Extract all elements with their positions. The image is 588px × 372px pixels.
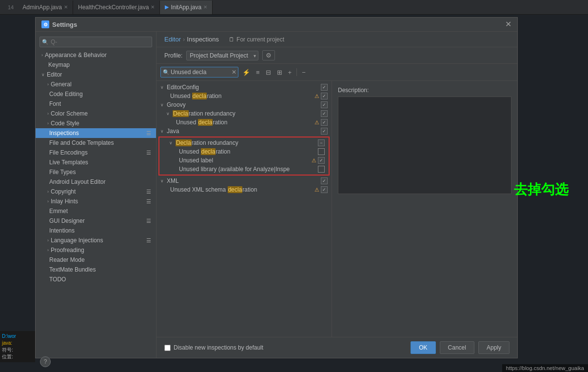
sidebar-item-intentions[interactable]: Intentions — [36, 226, 156, 235]
for-current-project-button[interactable]: 🗒 For current project — [229, 36, 284, 43]
sidebar-item-general[interactable]: › General — [36, 79, 156, 89]
item-checkbox-unchecked2[interactable] — [318, 166, 325, 173]
sidebar-item-label: Color Scheme — [51, 110, 88, 117]
item-label: Declaration redundancy — [173, 110, 319, 117]
expand-all-button[interactable]: ≡ — [254, 68, 262, 77]
tab-admin-label: AdminApp.java — [22, 4, 62, 11]
section-checkbox[interactable]: ✓ — [321, 84, 328, 91]
search-icon: 🔍 — [163, 69, 170, 76]
sidebar-search-input[interactable] — [39, 37, 152, 47]
inspections-tree: ∨ EditorConfig ✓ Unused declaration ⚠ ✓ — [157, 81, 332, 337]
section-checkbox[interactable]: ✓ — [321, 128, 328, 135]
sidebar-item-font[interactable]: Font — [36, 99, 156, 109]
tab-init-icon: ▶ — [165, 4, 169, 10]
collapse-arrow: ∨ — [160, 85, 165, 90]
breadcrumb-editor[interactable]: Editor — [164, 36, 181, 43]
section-checkbox[interactable]: ✓ — [321, 177, 328, 184]
tree-section-groovy[interactable]: ∨ Groovy ✓ — [157, 100, 332, 109]
content-area: ∨ EditorConfig ✓ Unused declaration ⚠ ✓ — [157, 81, 517, 337]
sidebar-item-appearance[interactable]: › Appearance & Behavior — [36, 50, 156, 60]
tree-item-xml-unused-schema[interactable]: Unused XML schema declaration ⚠ ✓ — [157, 185, 332, 194]
item-checkbox[interactable]: ✓ — [321, 110, 328, 117]
sidebar-item-code-editing[interactable]: Code Editing — [36, 89, 156, 99]
sidebar-item-android-layout[interactable]: Android Layout Editor — [36, 177, 156, 187]
arrow-icon: › — [47, 82, 49, 87]
tab-close-initapp[interactable]: ✕ — [203, 4, 207, 10]
arrow-icon: › — [47, 111, 49, 116]
tree-item-java-unused-label[interactable]: Unused label ⚠ ✓ — [159, 156, 329, 165]
help-button[interactable]: ? — [40, 356, 51, 367]
sidebar-item-file-types[interactable]: File Types — [36, 167, 156, 177]
tree-item-ec-unused-decl[interactable]: Unused declaration ⚠ ✓ — [157, 92, 332, 100]
profile-gear-button[interactable]: ⚙ — [262, 50, 275, 60]
item-checkbox[interactable]: ✓ — [321, 186, 328, 193]
sidebar-item-live-templates[interactable]: Live Templates — [36, 157, 156, 167]
tree-item-groovy-unused-decl[interactable]: Unused declaration ⚠ ✓ — [157, 118, 332, 127]
sidebar-item-proofreading[interactable]: › Proofreading — [36, 245, 156, 255]
arrow-icon: › — [47, 199, 49, 204]
warning-icon: ⚠ — [312, 157, 316, 164]
tree-item-java-unused-library[interactable]: Unused library (available for Analyze|In… — [159, 165, 329, 174]
item-label: Unused label — [179, 157, 310, 164]
tab-initapp-label: InitApp.java — [171, 4, 201, 11]
sidebar-item-color-scheme[interactable]: › Color Scheme — [36, 109, 156, 118]
sidebar-item-editor[interactable]: ∨ Editor — [36, 70, 156, 79]
group-button[interactable]: ⊞ — [275, 68, 284, 77]
tree-item-java-decl-red[interactable]: ∨ Declaration redundancy − — [159, 138, 329, 147]
section-label: Java — [167, 128, 319, 135]
item-checkbox[interactable]: ✓ — [321, 119, 328, 126]
apply-button[interactable]: Apply — [478, 341, 510, 354]
sidebar-item-keymap[interactable]: Keymap — [36, 60, 156, 70]
minus-button[interactable]: − — [300, 68, 308, 77]
profile-select[interactable]: Project Default Project — [186, 51, 258, 60]
sidebar-item-copyright[interactable]: › Copyright ☰ — [36, 187, 156, 196]
cancel-button[interactable]: Cancel — [440, 341, 474, 354]
warning-icon: ⚠ — [314, 119, 319, 126]
item-checkbox[interactable]: ✓ — [318, 157, 325, 164]
sidebar-search-icon: 🔍 — [42, 39, 49, 45]
description-content — [338, 97, 511, 194]
sidebar-item-label: File and Code Templates — [49, 139, 114, 146]
disable-new-inspections-label: Disable new inspections by default — [174, 344, 263, 351]
tab-healthcheck[interactable]: HealthCheckController.java ✕ — [73, 0, 160, 14]
sidebar-item-inspections[interactable]: Inspections ☰ — [36, 128, 156, 138]
sidebar-item-textmate[interactable]: TextMate Bundles — [36, 265, 156, 274]
collapse-arrow: ∨ — [160, 102, 165, 107]
inspections-search-input[interactable] — [160, 67, 238, 78]
sidebar-item-gui-designer[interactable]: GUI Designer ☰ — [36, 216, 156, 226]
settings-page-icon2: ☰ — [146, 150, 151, 156]
close-button[interactable]: ✕ — [505, 20, 511, 28]
filter-button[interactable]: ⚡ — [240, 68, 252, 77]
tab-close-admin[interactable]: ✕ — [64, 4, 68, 10]
sidebar-item-language-injections[interactable]: › Language Injections ☰ — [36, 235, 156, 245]
item-checkbox[interactable]: ✓ — [321, 93, 328, 99]
tree-item-java-unused-decl[interactable]: Unused declaration — [159, 147, 329, 156]
sidebar-item-emmet[interactable]: Emmet — [36, 206, 156, 216]
arrow-icon: › — [47, 248, 49, 253]
sidebar-item-inlay-hints[interactable]: › Inlay Hints ☰ — [36, 196, 156, 206]
sidebar-item-code-style[interactable]: › Code Style — [36, 118, 156, 128]
section-checkbox[interactable]: ✓ — [321, 101, 328, 108]
search-clear-button[interactable]: ✕ — [232, 69, 236, 76]
tree-item-groovy-decl-red[interactable]: ∨ Declaration redundancy ✓ — [157, 109, 332, 118]
sidebar-item-label: Android Layout Editor — [49, 178, 105, 185]
tab-close-healthcheck[interactable]: ✕ — [151, 4, 155, 10]
tab-initapp[interactable]: ▶ InitApp.java ✕ — [160, 0, 213, 14]
tab-admin[interactable]: AdminApp.java ✕ — [18, 0, 73, 14]
section-label: EditorConfig — [167, 84, 319, 91]
sidebar-item-file-code-templates[interactable]: File and Code Templates — [36, 138, 156, 148]
sidebar-item-todo[interactable]: TODO — [36, 274, 156, 284]
item-checkbox-unchecked[interactable] — [318, 148, 325, 155]
add-button[interactable]: + — [286, 68, 294, 77]
collapse-all-button[interactable]: ⊟ — [264, 68, 273, 77]
tree-section-java[interactable]: ∨ Java ✓ — [157, 127, 332, 136]
item-checkbox-minus[interactable]: − — [318, 139, 325, 146]
disable-new-inspections-checkbox[interactable] — [164, 345, 171, 351]
tree-section-xml[interactable]: ∨ XML ✓ — [157, 176, 332, 185]
sidebar-item-file-encodings[interactable]: File Encodings ☰ — [36, 148, 156, 157]
ok-button[interactable]: OK — [411, 341, 435, 354]
tree-section-editorconfig[interactable]: ∨ EditorConfig ✓ — [157, 83, 332, 92]
sidebar-item-reader-mode[interactable]: Reader Mode — [36, 255, 156, 265]
line-number: 14 — [4, 4, 18, 10]
arrow-icon: › — [47, 238, 49, 243]
